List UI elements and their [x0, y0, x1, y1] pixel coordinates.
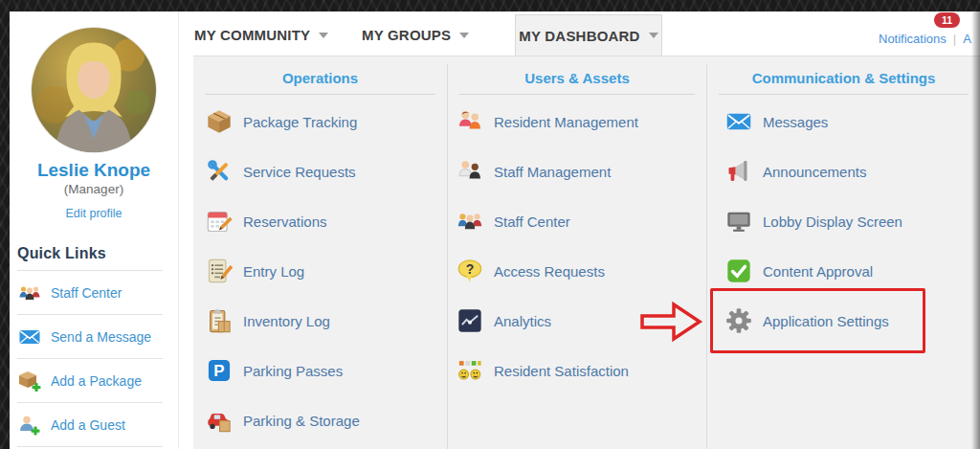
staff-icon: [456, 157, 484, 186]
screen: Leslie Knope (Manager) Edit profile Quic…: [0, 0, 980, 449]
menu-item-application-settings[interactable]: Application Settings: [707, 296, 980, 346]
header-rule: [205, 94, 435, 95]
monitor-icon: [724, 207, 753, 236]
quick-links-title: Quick Links: [17, 245, 178, 262]
user-role: (Manager): [10, 182, 178, 196]
menu-item-lobby-display[interactable]: Lobby Display Screen: [707, 196, 980, 246]
chevron-down-icon: [319, 33, 328, 38]
quick-link-label: Add a Package: [51, 373, 142, 389]
staff-group-icon: [17, 281, 42, 305]
svg-text:P: P: [213, 362, 224, 380]
staff-group-icon: [456, 207, 484, 236]
satisfaction-icon: [456, 356, 484, 385]
menu-item-entry-log[interactable]: Entry Log: [193, 246, 447, 296]
megaphone-icon: [724, 157, 753, 186]
menu-item-messages[interactable]: Messages: [707, 97, 980, 146]
avatar: [31, 27, 157, 153]
column-users-assets: Users & Assets Re: [448, 56, 706, 449]
quick-link-add-package[interactable]: Add a Package: [17, 359, 163, 403]
menu-list: Resident Management Staff Management: [448, 97, 706, 395]
quick-link-label: Staff Center: [51, 285, 122, 301]
column-operations: Operations Package Tracking: [193, 56, 447, 449]
profile-sidebar: Leslie Knope (Manager) Edit profile Quic…: [10, 11, 179, 449]
car-icon: [205, 406, 234, 435]
quick-link-label: Send a Message: [51, 329, 151, 345]
column-header: Operations: [193, 70, 447, 86]
quick-link-staff-center[interactable]: Staff Center: [17, 271, 163, 315]
check-icon: [724, 257, 753, 285]
quick-link-label: Add a Guest: [51, 417, 125, 433]
tab-my-community[interactable]: MY COMMUNITY: [194, 14, 328, 56]
user-name: Leslie Knope: [10, 160, 178, 181]
quick-link-add-guest[interactable]: Add a Guest: [17, 403, 163, 447]
menu-item-reservations[interactable]: Reservations: [193, 196, 447, 246]
menu-item-access-requests[interactable]: ? Access Requests: [448, 246, 706, 296]
column-header: Users & Assets: [448, 70, 706, 86]
header-rule: [459, 94, 695, 95]
dashboard-dropdown-panel: Operations Package Tracking: [193, 56, 980, 449]
package-icon: [205, 107, 234, 136]
menu-item-resident-management[interactable]: Resident Management: [448, 97, 706, 146]
notifications-badge[interactable]: 11: [934, 12, 960, 28]
svg-text:?: ?: [466, 261, 475, 277]
quick-link-send-message[interactable]: Send a Message: [17, 315, 163, 359]
app-window: Leslie Knope (Manager) Edit profile Quic…: [10, 11, 980, 449]
tab-my-dashboard[interactable]: MY DASHBOARD: [515, 14, 662, 56]
question-bubble-icon: ?: [456, 257, 484, 285]
tools-icon: [205, 157, 234, 186]
package-add-icon: [17, 369, 42, 393]
separator: |: [953, 32, 956, 46]
edit-profile-link[interactable]: Edit profile: [10, 207, 178, 220]
menu-item-staff-management[interactable]: Staff Management: [448, 146, 706, 196]
tab-my-groups[interactable]: MY GROUPS: [362, 14, 469, 56]
gear-icon: [724, 306, 753, 335]
menu-item-announcements[interactable]: Announcements: [707, 146, 980, 196]
menu-item-resident-satisfaction[interactable]: Resident Satisfaction: [448, 346, 706, 395]
residents-icon: [456, 107, 484, 136]
parking-sign-icon: P: [205, 356, 234, 385]
tab-label: MY DASHBOARD: [519, 28, 639, 44]
person-add-icon: [17, 413, 42, 438]
menu-item-service-requests[interactable]: Service Requests: [193, 146, 447, 196]
tab-label: MY COMMUNITY: [194, 27, 310, 43]
next-link-partial[interactable]: A: [963, 32, 971, 46]
menu-item-inventory-log[interactable]: Inventory Log: [193, 296, 447, 346]
menu-item-package-tracking[interactable]: Package Tracking: [193, 97, 447, 146]
notepad-icon: [205, 257, 234, 285]
menu-item-analytics[interactable]: Analytics: [448, 296, 706, 346]
header-rule: [719, 94, 969, 95]
envelope-icon: [724, 107, 753, 136]
menu-item-parking-passes[interactable]: P Parking Passes: [193, 346, 447, 395]
tab-label: MY GROUPS: [362, 27, 451, 43]
menu-list: Package Tracking Service Requests: [193, 97, 447, 445]
menu-item-parking-storage[interactable]: Parking & Storage: [193, 395, 447, 445]
menu-item-staff-center[interactable]: Staff Center: [448, 196, 706, 246]
quick-links-list: Staff Center Send a Message: [17, 270, 163, 447]
calendar-icon: [205, 207, 234, 236]
clipboard-icon: [205, 306, 234, 335]
chevron-down-icon: [649, 33, 658, 38]
menu-list: Messages Announcements: [707, 97, 980, 346]
analytics-icon: [456, 306, 484, 335]
notifications-link[interactable]: Notifications|A: [879, 32, 971, 46]
column-header: Communication & Settings: [707, 70, 980, 86]
chevron-down-icon: [459, 33, 469, 38]
menu-item-content-approval[interactable]: Content Approval: [707, 246, 980, 296]
column-communication-settings: Communication & Settings Messages: [707, 56, 980, 449]
envelope-icon: [17, 325, 42, 349]
